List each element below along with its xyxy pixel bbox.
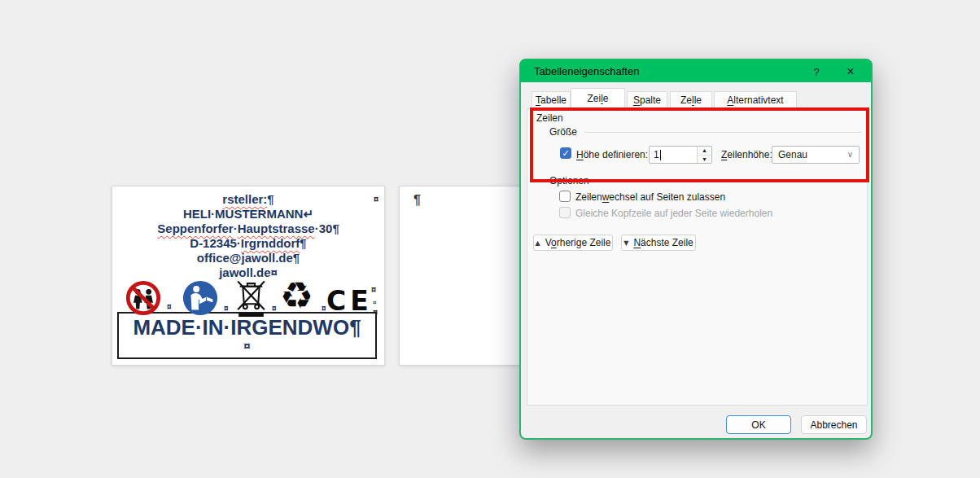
- address-line: office@jawoll.de¶: [112, 251, 384, 265]
- address-line: D-12345·Irgrnddorf¶: [112, 236, 384, 251]
- table-properties-dialog: Tabelleneigenschaften ? × Tabelle Zeile …: [519, 59, 873, 440]
- height-value: 1: [654, 149, 659, 160]
- cancel-button[interactable]: Abbrechen: [801, 415, 867, 434]
- tab-alternativtext[interactable]: Alternativtext: [714, 91, 797, 108]
- address-line: rsteller:¶: [112, 192, 384, 207]
- down-arrow-icon: ▼: [623, 239, 628, 247]
- group-separator: [584, 132, 861, 133]
- ok-button[interactable]: OK: [726, 415, 791, 434]
- row-height-dropdown[interactable]: Genau ∨: [772, 146, 860, 164]
- text-cursor: [660, 150, 661, 160]
- read-manual-icon: [182, 279, 219, 317]
- next-row-label: Nächste Zeile: [633, 237, 693, 248]
- pilcrow-mark: ¶: [332, 221, 339, 235]
- repeat-header-checkbox: [559, 207, 571, 218]
- spin-up-button[interactable]: ▲: [698, 147, 711, 156]
- address-line: Seppenforfer·Hauptstrasse·30¶: [112, 221, 384, 236]
- pilcrow-mark: ¶: [413, 193, 421, 208]
- tab-zeile[interactable]: Zeile: [571, 88, 625, 108]
- previous-row-button[interactable]: ▲ Vorherige Zeile: [533, 235, 613, 251]
- desktop-background: rsteller:¶ HELI·MUSTERMANN↵ Seppenforfer…: [0, 0, 980, 478]
- address-word: HELI·MUSTERMANN: [183, 207, 304, 221]
- linebreak-mark: ↵: [303, 207, 313, 221]
- address-word: office@jawoll.de: [197, 251, 293, 265]
- dialog-title: Tabelleneigenschaften: [534, 65, 639, 77]
- address-word: Hauptstrasse: [238, 221, 315, 235]
- pilcrow-mark: ¶: [300, 236, 306, 250]
- previous-row-label: Vorherige Zeile: [545, 237, 611, 248]
- close-icon: ×: [847, 64, 854, 79]
- address-word: Seppenforfer: [157, 221, 233, 235]
- symbols-row: ¤ ¤: [112, 278, 384, 320]
- define-height-label: Höhe definieren:: [576, 149, 648, 160]
- tab-zelle[interactable]: Zelle: [670, 91, 712, 108]
- ce-mark-icon: CE: [326, 285, 373, 317]
- define-height-checkbox[interactable]: ✓: [560, 147, 571, 159]
- spin-down-button[interactable]: ▼: [698, 156, 711, 164]
- next-row-button[interactable]: ▼ Nächste Zeile: [621, 235, 696, 251]
- tab-tabelle[interactable]: Tabelle: [532, 91, 571, 108]
- weee-crossed-out-bin-icon: [233, 278, 269, 318]
- repeat-header-label: Gleiche Kopfzeile auf jeder Seite wieder…: [575, 208, 772, 219]
- address-word: rsteller:: [222, 192, 267, 206]
- allow-row-break-label: Zeilenwechsel auf Seiten zulassen: [575, 191, 725, 203]
- no-children-icon: [125, 279, 162, 317]
- cell-end-mark: ¤: [167, 302, 172, 311]
- cell-end-mark: ¤: [119, 340, 375, 352]
- address-block: rsteller:¶ HELI·MUSTERMANN↵ Seppenforfer…: [112, 192, 384, 280]
- cell-end-mark: ¤: [322, 304, 326, 313]
- close-button[interactable]: ×: [838, 60, 863, 83]
- checkmark-icon: ✓: [562, 148, 569, 158]
- group-label-optionen: Optionen: [549, 175, 589, 186]
- cell-end-mark: ¤: [272, 304, 277, 313]
- up-arrow-icon: ▲: [536, 239, 540, 247]
- address-word: D-12345·: [190, 236, 241, 250]
- document-page-1[interactable]: rsteller:¶ HELI·MUSTERMANN↵ Seppenforfer…: [112, 186, 385, 366]
- pilcrow-mark: ¶: [267, 192, 273, 206]
- help-icon: ?: [813, 66, 819, 78]
- cell-end-mark: ¤: [224, 304, 229, 313]
- help-button[interactable]: ?: [804, 60, 829, 83]
- address-word: Irgrnddorf: [241, 236, 300, 250]
- group-label-groesse: Größe: [549, 126, 577, 138]
- recycle-icon: ♻: [280, 276, 313, 315]
- height-input[interactable]: 1 ▲ ▼: [649, 146, 712, 164]
- chevron-down-icon: ∨: [847, 150, 853, 159]
- row-height-value: Genau: [778, 149, 807, 160]
- address-word: ·30: [315, 221, 333, 235]
- up-arrow-icon: ▲: [702, 147, 707, 153]
- tab-spalte[interactable]: Spalte: [627, 91, 667, 108]
- down-arrow-icon: ▼: [702, 156, 707, 162]
- allow-row-break-checkbox[interactable]: [559, 191, 571, 202]
- height-spinner: ▲ ▼: [697, 147, 711, 163]
- pilcrow-mark: ¶: [293, 251, 300, 265]
- section-label-zeilen: Zeilen: [536, 112, 563, 124]
- address-line: HELI·MUSTERMANN↵: [112, 207, 384, 221]
- row-end-mark: ¤: [374, 194, 378, 204]
- row-height-label: Zeilenhöhe:: [721, 149, 772, 160]
- document-page-2[interactable]: ¶: [399, 186, 535, 366]
